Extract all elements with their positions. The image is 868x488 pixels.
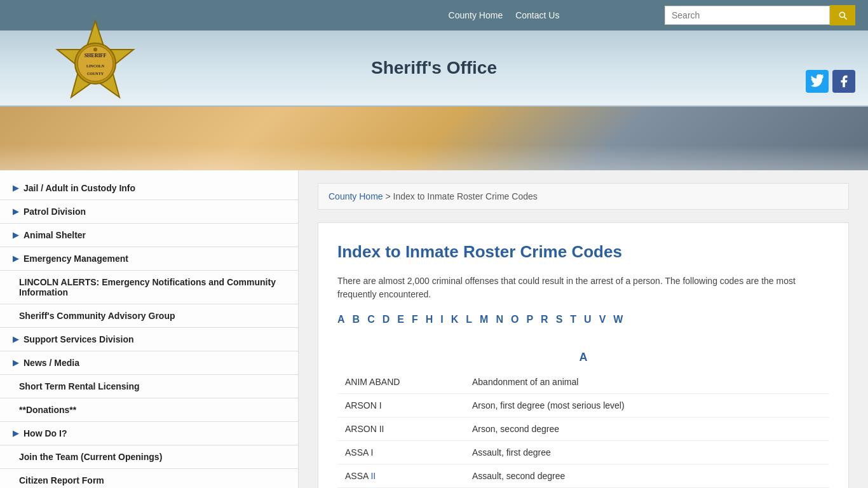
alpha-f[interactable]: F [412,314,418,325]
sidebar-item-citizen-report[interactable]: Citizen Report Form [0,469,298,488]
table-row: ARSON I Arson, first degree (most seriou… [337,394,829,417]
site-header: SHERIFF LINCOLN COUNTY Sheriff's Office [0,30,868,107]
alpha-r[interactable]: R [541,314,548,325]
arrow-icon: ▶ [13,184,18,193]
crime-code: ARSON II [337,417,465,441]
svg-text:SHERIFF: SHERIFF [85,53,107,58]
svg-text:LINCOLN: LINCOLN [86,64,105,68]
sidebar-item-emergency[interactable]: ▶ Emergency Management [0,247,298,271]
crimes-table: ANIM ABAND Abandonment of an animal ARSO… [337,370,829,488]
county-home-link[interactable]: County Home [449,10,503,20]
svg-text:COUNTY: COUNTY [87,72,104,76]
crime-description: Assault, first degree [465,441,829,464]
site-title: Sheriff's Office [371,58,497,78]
crime-code: ANIM ABAND [337,370,465,394]
table-row: ASSA II Assault, second degree [337,464,829,488]
sidebar-item-short-term[interactable]: Short Term Rental Licensing [0,375,298,398]
alpha-v[interactable]: V [599,314,606,325]
sheriff-logo: SHERIFF LINCOLN COUNTY [51,18,140,107]
sidebar: ▶ Jail / Adult in Custody Info ▶ Patrol … [0,170,299,488]
top-navigation: County Home Contact Us [449,10,560,20]
crime-code: ARSON I [337,394,465,417]
crime-code: ASSA I [337,441,465,464]
page-content-box: Index to Inmate Roster Crime Codes There… [318,222,849,488]
alpha-t[interactable]: T [570,314,576,325]
sidebar-item-lincoln-alerts[interactable]: LINCOLN ALERTS: Emergency Notifications … [0,271,298,304]
sidebar-item-support[interactable]: ▶ Support Services Division [0,328,298,351]
alpha-i[interactable]: I [440,314,443,325]
hero-image [0,107,868,170]
arrow-icon: ▶ [13,231,18,240]
alpha-s[interactable]: S [556,314,563,325]
table-row: ARSON II Arson, second degree [337,417,829,441]
arrow-icon: ▶ [13,254,18,263]
alpha-k[interactable]: K [451,314,459,325]
sidebar-item-patrol[interactable]: ▶ Patrol Division [0,200,298,224]
breadcrumb: County Home > Index to Inmate Roster Cri… [318,183,849,210]
crime-code: ASSA II [337,464,465,488]
alpha-u[interactable]: U [584,314,592,325]
section-a-heading: A [337,351,829,364]
alpha-b[interactable]: B [353,314,360,325]
crime-description: Abandonment of an animal [465,370,829,394]
sidebar-item-news[interactable]: ▶ News / Media [0,351,298,375]
alpha-d[interactable]: D [383,314,390,325]
sidebar-item-jail[interactable]: ▶ Jail / Adult in Custody Info [0,177,298,200]
arrow-icon: ▶ [13,335,18,344]
search-area [665,5,855,25]
main-layout: ▶ Jail / Adult in Custody Info ▶ Patrol … [0,170,868,488]
alpha-c[interactable]: C [367,314,375,325]
sidebar-item-donations[interactable]: **Donations** [0,398,298,422]
search-button[interactable] [830,5,855,25]
breadcrumb-separator: > [385,191,393,201]
social-icons [806,70,855,93]
table-row: ANIM ABAND Abandonment of an animal [337,370,829,394]
arrow-icon: ▶ [13,207,18,216]
arrow-icon: ▶ [13,358,18,367]
sidebar-item-how-do-i[interactable]: ▶ How Do I? [0,422,298,445]
search-icon [837,10,848,20]
main-content: County Home > Index to Inmate Roster Cri… [299,170,868,488]
alpha-o[interactable]: O [511,314,519,325]
svg-point-6 [93,48,97,51]
alpha-h[interactable]: H [426,314,433,325]
crime-description: Assault, second degree [465,464,829,488]
alpha-n[interactable]: N [496,314,503,325]
contact-us-link[interactable]: Contact Us [515,10,559,20]
alpha-e[interactable]: E [397,314,404,325]
alpha-w[interactable]: W [613,314,623,325]
crime-description: Arson, first degree (most serious level) [465,394,829,417]
breadcrumb-home-link[interactable]: County Home [329,191,383,201]
sidebar-item-advisory-group[interactable]: Sheriff's Community Advisory Group [0,304,298,328]
alpha-m[interactable]: M [480,314,488,325]
twitter-icon[interactable] [806,70,829,93]
table-row: ASSA I Assault, first degree [337,441,829,464]
search-input[interactable] [665,6,830,25]
arrow-icon: ▶ [13,429,18,438]
alpha-l[interactable]: L [466,314,472,325]
page-heading: Index to Inmate Roster Crime Codes [337,242,829,262]
sidebar-item-join-team[interactable]: Join the Team (Current Openings) [0,445,298,469]
crime-description: Arson, second degree [465,417,829,441]
sidebar-item-animal[interactable]: ▶ Animal Shelter [0,224,298,247]
alphabet-navigation: A B C D E F H I K L M N O P R S T U V W [337,314,829,332]
page-intro: There are almost 2,000 criminal offenses… [337,274,829,301]
alpha-a[interactable]: A [337,314,345,325]
breadcrumb-current: Index to Inmate Roster Crime Codes [393,191,538,201]
alpha-p[interactable]: P [526,314,533,325]
facebook-icon[interactable] [832,70,855,93]
